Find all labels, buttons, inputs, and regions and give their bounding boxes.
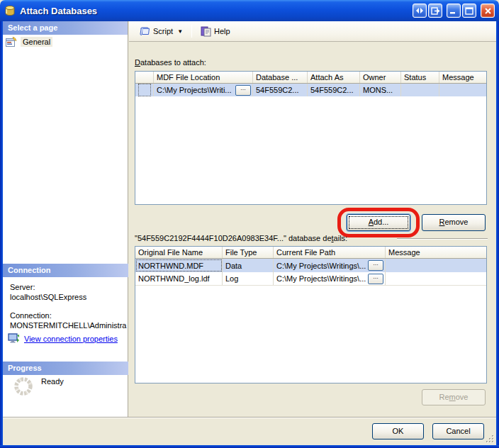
toolbar: Script ▼ Help xyxy=(129,21,496,42)
spinner-icon xyxy=(13,376,34,397)
mdf-location-cell[interactable]: C:\My Projects\Writi... ... xyxy=(154,84,253,96)
details-row-ldf[interactable]: NORTHWND_log.ldf Log C:\My Projects\Writ… xyxy=(135,272,486,286)
help-icon xyxy=(201,26,211,37)
details-message-cell[interactable] xyxy=(386,272,486,285)
close-button[interactable] xyxy=(481,4,495,18)
database-details-label: "54F559C2192F4444F10D26A0983E34F..." dat… xyxy=(135,234,347,242)
pane-arrows-button[interactable] xyxy=(413,4,427,18)
select-a-page-header: Select a page xyxy=(3,21,128,35)
script-button[interactable]: Script ▼ xyxy=(135,24,187,38)
connection-value: MONSTERMITCHELL\Administra xyxy=(10,320,126,330)
undock-button[interactable] xyxy=(428,4,442,18)
mdf-location-value: C:\My Projects\Writi... xyxy=(157,86,232,94)
title-bar[interactable]: Attach Databases xyxy=(0,0,499,21)
col-owner[interactable]: Owner xyxy=(360,72,401,83)
original-file-name-cell[interactable]: NORTHWND_log.ldf xyxy=(135,272,223,285)
minimize-icon xyxy=(449,7,458,14)
maximize-icon xyxy=(465,7,473,15)
server-block: Server: localhost\SQLExpress xyxy=(10,282,86,302)
progress-header: Progress xyxy=(3,362,128,375)
close-icon xyxy=(484,7,492,15)
databases-grid-row[interactable]: C:\My Projects\Writi... ... 54F559C2... … xyxy=(135,84,486,96)
file-type-cell[interactable]: Log xyxy=(223,272,274,285)
details-row-mdf[interactable]: NORTHWND.MDF Data C:\My Projects\Writing… xyxy=(135,259,486,272)
col-current-file-path[interactable]: Current File Path xyxy=(274,247,386,258)
databases-grid-header: MDF File Location Database ... Attach As… xyxy=(135,72,486,84)
col-original-file-name[interactable]: Original File Name xyxy=(135,247,223,258)
remove-button[interactable]: Remove xyxy=(422,214,486,231)
view-connection-properties-link[interactable]: View connection properties xyxy=(24,335,118,343)
script-icon xyxy=(139,26,150,36)
resize-grip[interactable] xyxy=(486,435,495,444)
attach-databases-dialog: Attach Databases xyxy=(0,0,499,448)
databases-to-attach-label: Databases to attach: xyxy=(135,58,206,67)
attach-as-cell[interactable]: 54F559C2... xyxy=(308,84,360,96)
sidebar: Select a page General Connection Server:… xyxy=(3,21,128,417)
progress-status-text: Ready xyxy=(41,377,64,386)
database-icon xyxy=(4,5,16,16)
details-remove-button[interactable]: Remove xyxy=(422,389,486,405)
details-message-cell[interactable] xyxy=(386,259,486,272)
window-border-bottom xyxy=(0,445,499,448)
window-title: Attach Databases xyxy=(20,6,411,16)
message-cell[interactable] xyxy=(439,84,486,96)
add-button[interactable]: Add... xyxy=(347,214,410,231)
left-right-arrows-icon xyxy=(415,7,424,14)
server-label: Server: xyxy=(10,282,86,292)
col-database[interactable]: Database ... xyxy=(253,72,308,83)
current-file-path-cell[interactable]: C:\My Projects\Writings\... ... xyxy=(274,272,386,285)
databases-grid[interactable]: MDF File Location Database ... Attach As… xyxy=(135,71,487,205)
script-button-label: Script xyxy=(153,27,173,35)
col-status[interactable]: Status xyxy=(401,72,439,83)
script-dropdown-caret[interactable]: ▼ xyxy=(177,28,183,35)
col-file-type[interactable]: File Type xyxy=(223,247,274,258)
ok-button[interactable]: OK xyxy=(372,423,424,439)
browse-log-path-button[interactable]: ... xyxy=(368,274,383,284)
connection-block: Connection: MONSTERMITCHELL\Administra xyxy=(10,310,126,330)
owner-cell[interactable]: MONS... xyxy=(360,84,401,96)
details-grid-header: Original File Name File Type Current Fil… xyxy=(135,247,486,259)
sidebar-item-general[interactable]: General xyxy=(6,35,52,48)
details-groove-line xyxy=(397,238,488,240)
help-button-label: Help xyxy=(214,27,230,35)
browse-data-path-button[interactable]: ... xyxy=(368,260,383,271)
minimize-button[interactable] xyxy=(447,4,461,18)
connection-label: Connection: xyxy=(10,310,126,320)
original-file-name-cell[interactable]: NORTHWND.MDF xyxy=(135,259,223,272)
col-attach-as[interactable]: Attach As xyxy=(308,72,360,83)
current-file-path-cell[interactable]: C:\My Projects\Writings\... ... xyxy=(274,259,386,272)
footer-separator xyxy=(3,417,496,418)
undock-icon xyxy=(431,7,440,15)
window-border-right xyxy=(496,21,499,445)
connection-header: Connection xyxy=(3,264,128,277)
help-button[interactable]: Help xyxy=(196,24,235,39)
file-type-cell[interactable]: Data xyxy=(223,259,274,272)
current-file-path-value: C:\My Projects\Writings\... xyxy=(276,274,366,283)
status-cell[interactable] xyxy=(401,84,439,96)
sidebar-item-general-label: General xyxy=(21,37,52,47)
cancel-button[interactable]: Cancel xyxy=(432,423,484,439)
details-grid[interactable]: Original File Name File Type Current Fil… xyxy=(135,246,487,383)
col-details-message[interactable]: Message xyxy=(386,247,486,258)
col-mdf-file-location[interactable]: MDF File Location xyxy=(154,72,253,83)
browse-mdf-button[interactable]: ... xyxy=(235,85,251,96)
current-file-path-value: C:\My Projects\Writings\... xyxy=(276,262,366,270)
maximize-button[interactable] xyxy=(462,4,476,18)
col-message[interactable]: Message xyxy=(439,72,486,83)
connection-properties-icon xyxy=(8,333,20,345)
col-rowheader xyxy=(135,72,154,83)
view-connection-properties[interactable]: View connection properties xyxy=(8,333,118,345)
progress-status: Ready xyxy=(13,376,64,397)
row-selector xyxy=(135,84,154,96)
database-name-cell[interactable]: 54F559C2... xyxy=(253,84,308,96)
server-value: localhost\SQLExpress xyxy=(10,292,86,302)
general-page-icon xyxy=(6,37,17,47)
toolbar-separator xyxy=(191,25,192,38)
